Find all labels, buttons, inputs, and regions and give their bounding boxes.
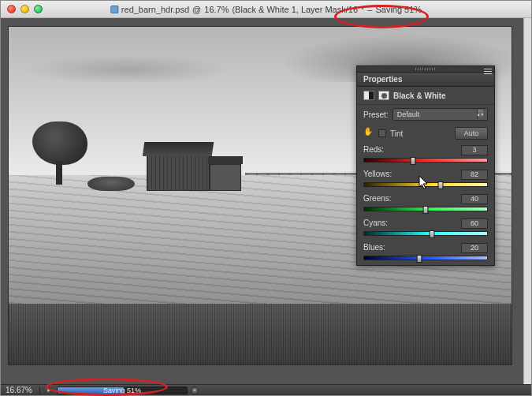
save-progress-text: Saving 51% xyxy=(58,387,187,394)
slider-track[interactable] xyxy=(363,231,488,236)
tint-label: Tint xyxy=(390,129,403,138)
slider-label: Cyans: xyxy=(363,219,388,229)
slider-thumb[interactable] xyxy=(429,230,434,238)
title-saving-sep: – xyxy=(367,5,372,14)
save-progress: Saving 51% × xyxy=(57,386,199,395)
slider-label: Greens: xyxy=(363,194,392,204)
slider-thumb[interactable] xyxy=(423,206,429,214)
panel-menu-icon[interactable] xyxy=(484,69,492,74)
slider-value-input[interactable]: 40 xyxy=(461,194,488,204)
layer-mask-icon[interactable] xyxy=(378,91,389,100)
preset-dropdown[interactable]: Default ▲▼ xyxy=(392,108,488,121)
slider-thumb[interactable] xyxy=(437,181,443,189)
image-tree xyxy=(32,121,87,185)
cancel-save-button[interactable]: × xyxy=(191,387,199,394)
save-progress-bar: Saving 51% xyxy=(57,387,188,394)
slider-value-input[interactable]: 82 xyxy=(461,170,488,180)
panel-grip[interactable] xyxy=(357,66,494,73)
slider-row: Greens:40 xyxy=(357,192,494,216)
preset-row: Preset: Default ▲▼ xyxy=(357,105,494,124)
image-foreground-grass xyxy=(9,304,512,364)
slider-track[interactable] xyxy=(363,158,488,163)
document-icon xyxy=(110,6,118,13)
targeted-adjust-icon[interactable] xyxy=(363,129,374,138)
title-dirty: * xyxy=(361,5,364,14)
properties-tab-label: Properties xyxy=(363,75,402,84)
properties-tab[interactable]: Properties xyxy=(357,73,494,87)
slider-thumb[interactable] xyxy=(417,255,422,263)
tint-row: Tint Auto xyxy=(357,124,494,143)
slider-label: Blues: xyxy=(363,243,385,253)
vertical-scrollbar[interactable] xyxy=(523,18,531,384)
slider-label: Reds: xyxy=(363,145,384,155)
slider-track[interactable] xyxy=(363,182,488,187)
slider-track[interactable] xyxy=(363,256,488,260)
image-cloud xyxy=(24,54,229,82)
title-at: @ xyxy=(192,5,201,14)
slider-thumb[interactable] xyxy=(411,157,416,165)
status-bar: 16.67% ▸ Saving 51% × xyxy=(1,384,531,395)
preset-label: Preset: xyxy=(363,110,389,119)
auto-button[interactable]: Auto xyxy=(455,127,488,140)
title-filename: red_barn_hdr.psd xyxy=(121,5,189,14)
titlebar: red_barn_hdr.psd @ 16.7% (Black & White … xyxy=(1,1,531,18)
title-zoom: 16.7% xyxy=(204,5,229,14)
image-bush xyxy=(87,177,135,191)
title-details: (Black & White 1, Layer Mask/16 xyxy=(232,5,358,14)
close-window-icon[interactable] xyxy=(7,5,16,13)
black-white-icon[interactable] xyxy=(363,91,374,100)
image-barn xyxy=(147,144,241,191)
document-title: red_barn_hdr.psd @ 16.7% (Black & White … xyxy=(110,5,422,14)
slider-track[interactable] xyxy=(363,207,488,211)
minimize-window-icon[interactable] xyxy=(20,5,29,13)
window-controls xyxy=(1,5,43,13)
slider-value-input[interactable]: 60 xyxy=(461,219,488,229)
zoom-window-icon[interactable] xyxy=(34,5,43,13)
slider-label: Yellows: xyxy=(363,170,392,180)
divider xyxy=(39,387,40,394)
slider-value-input[interactable]: 20 xyxy=(461,243,488,253)
sliders-group: Reds:3Yellows:82Greens:40Cyans:60Blues:2… xyxy=(357,143,494,265)
app-window: red_barn_hdr.psd @ 16.7% (Black & White … xyxy=(0,0,532,396)
slider-value-input[interactable]: 3 xyxy=(461,145,488,155)
slider-row: Reds:3 xyxy=(357,143,494,167)
slider-row: Cyans:60 xyxy=(357,216,494,241)
tint-checkbox[interactable] xyxy=(378,129,386,137)
adjustment-header: Black & White xyxy=(357,87,494,105)
slider-row: Yellows:82 xyxy=(357,167,494,192)
zoom-field[interactable]: 16.67% xyxy=(1,386,37,394)
slider-row: Blues:20 xyxy=(357,241,494,265)
preset-value: Default xyxy=(397,110,420,118)
properties-panel[interactable]: Properties Black & White Preset: Default… xyxy=(356,65,495,266)
adjustment-name: Black & White xyxy=(393,92,446,100)
status-arrow-icon[interactable]: ▸ xyxy=(45,387,53,394)
title-saving: Saving 51% xyxy=(375,5,422,14)
dropdown-arrows-icon: ▲▼ xyxy=(477,110,483,119)
